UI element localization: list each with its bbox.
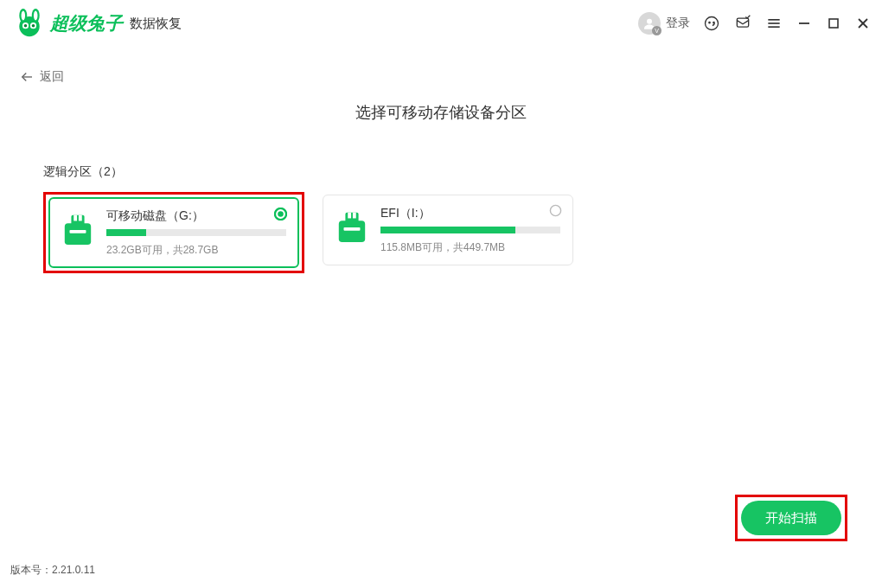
avatar-icon: V bbox=[638, 12, 661, 35]
partition-card[interactable]: EFI（I:） 115.8MB可用，共449.7MB bbox=[323, 195, 573, 265]
minimize-button[interactable] bbox=[796, 15, 813, 32]
svg-point-7 bbox=[24, 24, 28, 28]
partition-list: 可移动磁盘（G:） 23.2GB可用，共28.7GB EFI（I:） 115.8 bbox=[43, 192, 882, 273]
logo-area: 超级兔子 数据恢复 bbox=[14, 8, 182, 39]
partition-usage-text: 115.8MB可用，共449.7MB bbox=[380, 240, 560, 255]
svg-point-9 bbox=[647, 19, 652, 24]
feedback-icon[interactable] bbox=[733, 14, 752, 33]
partition-card-wrap: EFI（I:） 115.8MB可用，共449.7MB bbox=[320, 192, 576, 273]
svg-rect-13 bbox=[737, 18, 748, 27]
svg-point-12 bbox=[713, 22, 714, 23]
partition-title: 可移动磁盘（G:） bbox=[106, 208, 286, 224]
svg-rect-26 bbox=[69, 230, 86, 233]
svg-rect-30 bbox=[345, 213, 358, 224]
drive-icon bbox=[61, 212, 94, 248]
titlebar: 超级兔子 数据恢复 V 登录 bbox=[0, 0, 882, 47]
svg-rect-18 bbox=[829, 19, 838, 28]
svg-point-28 bbox=[278, 211, 284, 217]
app-logo-icon bbox=[14, 8, 45, 39]
start-scan-button[interactable]: 开始扫描 bbox=[741, 501, 841, 535]
svg-point-4 bbox=[34, 11, 38, 21]
login-label: 登录 bbox=[666, 16, 690, 31]
header-right: V 登录 bbox=[638, 12, 872, 35]
menu-icon[interactable] bbox=[764, 14, 783, 33]
radio-indicator-icon bbox=[274, 208, 287, 220]
section-label: 逻辑分区（2） bbox=[43, 164, 882, 180]
page-title: 选择可移动存储设备分区 bbox=[0, 102, 882, 123]
brand-subtitle: 数据恢复 bbox=[130, 16, 182, 32]
radio-indicator-icon bbox=[549, 204, 562, 217]
back-button[interactable]: 返回 bbox=[0, 47, 882, 85]
arrow-left-icon bbox=[19, 69, 35, 85]
close-button[interactable] bbox=[854, 15, 872, 32]
partition-card[interactable]: 可移动磁盘（G:） 23.2GB可用，共28.7GB bbox=[48, 197, 299, 268]
partition-usage-text: 23.2GB可用，共28.7GB bbox=[106, 243, 286, 258]
svg-rect-25 bbox=[79, 215, 82, 221]
svg-point-8 bbox=[32, 24, 35, 28]
back-label: 返回 bbox=[40, 69, 64, 85]
usage-bar bbox=[106, 229, 286, 236]
service-icon[interactable] bbox=[702, 14, 721, 33]
brand-name: 超级兔子 bbox=[50, 11, 123, 35]
partition-card-wrap: 可移动磁盘（G:） 23.2GB可用，共28.7GB bbox=[43, 192, 304, 273]
avatar-badge-icon: V bbox=[652, 26, 662, 35]
partition-title: EFI（I:） bbox=[380, 206, 560, 221]
card-content: EFI（I:） 115.8MB可用，共449.7MB bbox=[380, 206, 560, 254]
svg-point-34 bbox=[550, 205, 560, 215]
svg-rect-33 bbox=[343, 227, 360, 231]
svg-point-10 bbox=[706, 17, 719, 30]
svg-point-3 bbox=[22, 11, 26, 21]
svg-rect-31 bbox=[348, 213, 351, 219]
drive-icon bbox=[336, 209, 368, 246]
maximize-button[interactable] bbox=[825, 15, 842, 32]
scan-button-highlight: 开始扫描 bbox=[735, 495, 847, 541]
svg-rect-24 bbox=[74, 215, 77, 221]
svg-rect-23 bbox=[71, 215, 84, 227]
svg-point-11 bbox=[709, 22, 710, 23]
version-label: 版本号：2.21.0.11 bbox=[10, 563, 95, 578]
card-content: 可移动磁盘（G:） 23.2GB可用，共28.7GB bbox=[106, 208, 286, 257]
usage-bar bbox=[380, 227, 560, 233]
login-button[interactable]: V 登录 bbox=[638, 12, 690, 35]
svg-rect-32 bbox=[353, 213, 356, 219]
